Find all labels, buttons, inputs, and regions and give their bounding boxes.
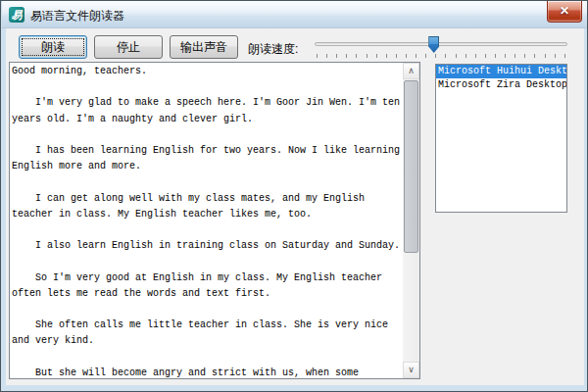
slider-tick <box>367 54 368 58</box>
read-aloud-button[interactable]: 朗读 <box>19 35 87 59</box>
output-sound-button[interactable]: 输出声音 <box>170 35 238 59</box>
slider-tick <box>435 54 436 58</box>
slider-tick <box>555 54 556 58</box>
scroll-up-icon[interactable]: ∧ <box>403 63 419 79</box>
scrollbar-thumb[interactable] <box>404 80 418 253</box>
slider-tick <box>396 54 397 58</box>
editor-scrollbar[interactable]: ∧ ∨ <box>403 63 419 378</box>
editor-text[interactable]: Good morning, teachers. I'm very glad to… <box>12 64 402 378</box>
slider-tick <box>346 54 347 58</box>
slider-tick <box>545 54 546 58</box>
reading-speed-label: 朗读速度: <box>248 41 298 58</box>
voice-item[interactable]: Microsoft Zira Desktop <box>436 78 566 92</box>
window-title: 易语言文件朗读器 <box>30 8 124 24</box>
slider-tick <box>564 54 565 58</box>
app-window: 易 易语言文件朗读器 ✕ 朗读 停止 输出声音 朗读速度: Good morni… <box>0 0 588 392</box>
slider-tick <box>475 54 476 58</box>
slider-tick <box>317 54 318 58</box>
slider-tick <box>495 54 496 58</box>
titlebar[interactable]: 易 易语言文件朗读器 <box>2 1 588 28</box>
scroll-down-icon[interactable]: ∨ <box>403 362 419 378</box>
slider-tick <box>386 54 387 58</box>
slider-tick <box>466 54 466 58</box>
voice-item[interactable]: Microsoft Huihui Deskt <box>436 65 566 78</box>
app-icon: 易 <box>9 7 24 23</box>
text-editor[interactable]: Good morning, teachers. I'm very glad to… <box>9 62 420 379</box>
slider-track[interactable] <box>315 42 567 46</box>
slider-tick <box>505 54 506 58</box>
slider-thumb[interactable] <box>428 36 439 53</box>
voice-list[interactable]: Microsoft Huihui DesktMicrosoft Zira Des… <box>435 64 567 213</box>
slider-tick <box>356 54 357 58</box>
slider-tick <box>376 54 377 58</box>
slider-ticks <box>317 54 565 59</box>
stop-button[interactable]: 停止 <box>94 35 163 59</box>
slider-tick <box>336 54 337 58</box>
slider-tick <box>425 54 426 58</box>
slider-tick <box>514 54 515 58</box>
slider-tick <box>406 54 407 58</box>
slider-tick <box>456 54 457 58</box>
slider-tick <box>485 54 486 58</box>
slider-tick <box>534 54 535 58</box>
speed-slider[interactable] <box>315 34 567 60</box>
slider-tick <box>326 54 327 58</box>
close-button[interactable]: ✕ <box>547 1 582 23</box>
slider-tick <box>416 54 416 58</box>
slider-tick <box>524 54 525 58</box>
slider-tick <box>445 54 446 58</box>
